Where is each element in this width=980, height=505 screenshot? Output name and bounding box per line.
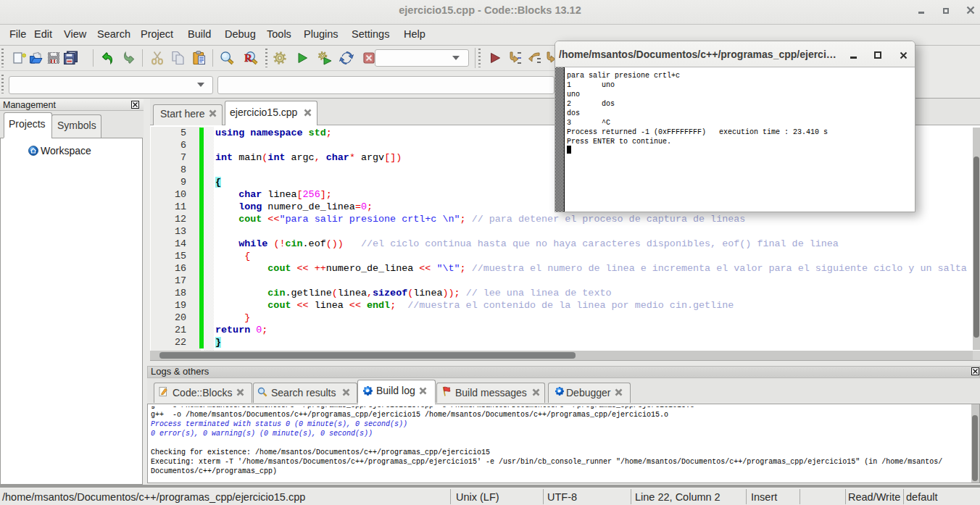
svg-text:R: R (244, 52, 252, 64)
